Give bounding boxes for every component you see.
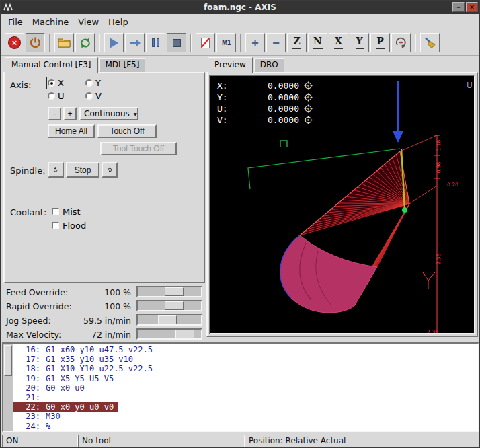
rapid-override-slider[interactable] bbox=[136, 300, 202, 311]
toolbar: × bbox=[1, 30, 479, 56]
run-icon bbox=[110, 38, 118, 48]
tool-arrow-head bbox=[393, 131, 403, 143]
tab-manual-control[interactable]: Manual Control [F3] bbox=[5, 57, 98, 73]
power-icon bbox=[29, 36, 42, 49]
flood-checkbox[interactable]: Flood bbox=[52, 221, 86, 231]
tab-dro[interactable]: DRO bbox=[254, 58, 284, 72]
slider-thumb[interactable] bbox=[158, 315, 177, 324]
reload-button[interactable] bbox=[75, 33, 95, 52]
machine-power-button[interactable] bbox=[26, 33, 45, 52]
view-p-button[interactable]: P bbox=[370, 33, 390, 52]
view-z-icon: Z bbox=[292, 36, 301, 48]
axis-radio-u[interactable]: U bbox=[48, 91, 65, 101]
rotate-view-button[interactable] bbox=[391, 33, 411, 52]
view-x-button[interactable]: X bbox=[329, 33, 348, 52]
foam-block-face bbox=[280, 235, 377, 313]
gcode-scrollbar[interactable] bbox=[3, 344, 13, 431]
slider-thumb[interactable] bbox=[175, 330, 194, 338]
block-delete-button[interactable] bbox=[196, 33, 215, 52]
gcode-line-active[interactable]: 22:G0 x0 y0 u0 v0 bbox=[13, 402, 478, 412]
spindle-forward-button[interactable] bbox=[102, 162, 118, 178]
dro-row-y: Y: 0.0000 bbox=[217, 91, 313, 103]
step-button[interactable] bbox=[125, 33, 145, 52]
window-icon bbox=[3, 3, 13, 12]
jog-speed-slider[interactable] bbox=[136, 314, 202, 326]
tool-position-dot bbox=[402, 207, 407, 213]
gcode-line[interactable]: 24:% bbox=[13, 422, 478, 431]
gcode-line[interactable]: 16:G1 x60 y10 u47.5 v22.5 bbox=[13, 345, 478, 354]
gcode-text: 16:G1 x60 y10 u47.5 v22.5 17:G1 x35 y10 … bbox=[13, 344, 478, 431]
dro-row-v: V: 0.0000 bbox=[217, 114, 313, 126]
slider-thumb[interactable] bbox=[165, 287, 184, 296]
menu-help[interactable]: Help bbox=[104, 15, 133, 29]
manual-control-panel: Axis: X Y U V - + Continuous ▾ Home All … bbox=[3, 72, 205, 283]
max-velocity-value: 72 in/min bbox=[91, 330, 131, 340]
mist-checkbox[interactable]: Mist bbox=[52, 207, 81, 217]
menu-file[interactable]: File bbox=[3, 15, 28, 29]
gcode-line[interactable]: 23:M30 bbox=[13, 412, 478, 421]
home-all-button[interactable]: Home All bbox=[48, 124, 95, 138]
menubar: File Machine View Help bbox=[1, 14, 479, 30]
pause-button[interactable] bbox=[146, 33, 165, 52]
gcode-line[interactable]: 19:G1 X5 Y5 U5 V5 bbox=[13, 374, 478, 383]
run-button[interactable] bbox=[104, 33, 124, 52]
unhomed-icon bbox=[304, 104, 313, 113]
gcode-line[interactable]: 17:G1 x35 y10 u35 v10 bbox=[13, 354, 478, 364]
gcode-line[interactable]: 18:G1 X10 Y10 u22.5 v22.5 bbox=[13, 364, 478, 373]
stop-button[interactable] bbox=[167, 33, 186, 52]
open-file-button[interactable] bbox=[54, 33, 74, 52]
menu-machine[interactable]: Machine bbox=[28, 15, 73, 29]
view-y-icon: Y bbox=[356, 36, 364, 48]
dim-label: 0.20 bbox=[447, 182, 458, 188]
view-y-button[interactable]: Y bbox=[350, 33, 369, 52]
jog-mode-dropdown[interactable]: Continuous ▾ bbox=[79, 107, 138, 120]
axis-radio-y[interactable]: Y bbox=[85, 78, 101, 88]
rapid-override-row: Rapid Override: 100 % bbox=[1, 299, 204, 313]
slider-thumb[interactable] bbox=[165, 301, 184, 310]
spindle-ccw-icon bbox=[53, 165, 58, 175]
feed-override-slider[interactable] bbox=[136, 286, 202, 297]
view-z2-button[interactable]: N bbox=[308, 33, 327, 52]
gcode-line[interactable]: 21: bbox=[13, 393, 478, 402]
rapid-override-value: 100 % bbox=[104, 301, 131, 311]
gcode-line[interactable]: 20:G0 x0 u0 bbox=[13, 383, 478, 393]
zoom-in-button[interactable]: + bbox=[245, 33, 265, 52]
touch-off-button[interactable]: Touch Off bbox=[97, 124, 157, 138]
spindle-stop-button[interactable]: Stop bbox=[66, 162, 99, 178]
scrollbar-thumb[interactable] bbox=[4, 345, 12, 376]
preview-panel: X: 0.0000 Y: 0.0000 U: 0.0000 V: 0.0000 bbox=[206, 72, 478, 337]
jog-plus-button[interactable]: + bbox=[63, 107, 77, 120]
block-delete-icon bbox=[201, 38, 210, 48]
view-z-button[interactable]: Z bbox=[287, 33, 307, 52]
rotate-icon bbox=[395, 36, 407, 49]
minimize-button[interactable]: – bbox=[452, 2, 465, 12]
axis-window: foam.ngc - AXIS – × File Machine View He… bbox=[0, 0, 480, 448]
preview-canvas[interactable]: X: 0.0000 Y: 0.0000 U: 0.0000 V: 0.0000 bbox=[209, 75, 475, 334]
preview-tabs: Preview DRO bbox=[208, 57, 286, 72]
tab-preview[interactable]: Preview bbox=[208, 57, 253, 73]
stop-icon bbox=[173, 39, 181, 47]
zoom-out-button[interactable]: − bbox=[266, 33, 286, 52]
window-title: foam.ngc - AXIS bbox=[204, 3, 276, 12]
titlebar[interactable]: foam.ngc - AXIS – × bbox=[1, 1, 479, 14]
tool-touch-off-button[interactable]: Tool Touch Off bbox=[100, 142, 177, 155]
clear-plot-button[interactable] bbox=[420, 33, 440, 52]
jog-speed-value: 59.5 in/min bbox=[83, 315, 131, 326]
jog-speed-label: Jog Speed: bbox=[6, 315, 51, 326]
spindle-reverse-button[interactable] bbox=[48, 162, 64, 178]
optional-stop-button[interactable]: M1 bbox=[216, 33, 236, 52]
pause-icon bbox=[152, 38, 159, 47]
tab-mdi[interactable]: MDI [F5] bbox=[99, 58, 146, 72]
menu-view[interactable]: View bbox=[73, 15, 104, 29]
axis-radio-v[interactable]: V bbox=[85, 91, 102, 101]
checkbox-indicator bbox=[52, 208, 59, 215]
view-x-icon: X bbox=[334, 36, 343, 48]
view-z2-icon: N bbox=[313, 36, 323, 48]
estop-button[interactable]: × bbox=[5, 33, 24, 52]
tool-status: No tool bbox=[78, 435, 245, 447]
close-button[interactable]: × bbox=[466, 2, 478, 12]
jog-minus-button[interactable]: - bbox=[48, 107, 61, 120]
dro-row-x: X: 0.0000 bbox=[217, 80, 313, 91]
max-velocity-slider[interactable] bbox=[136, 328, 202, 340]
axis-radio-x[interactable]: X bbox=[48, 78, 64, 88]
